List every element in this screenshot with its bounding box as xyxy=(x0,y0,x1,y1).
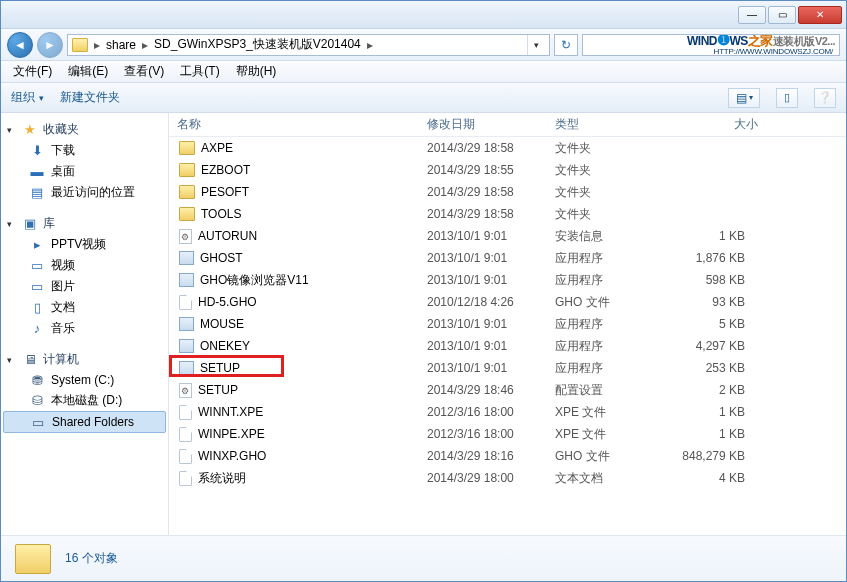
file-row[interactable]: SETUP2014/3/29 18:46配置设置2 KB xyxy=(169,379,846,401)
star-icon: ★ xyxy=(22,122,38,138)
sidebar-item[interactable]: ▭Shared Folders xyxy=(3,411,166,433)
column-date[interactable]: 修改日期 xyxy=(419,113,547,137)
refresh-button[interactable]: ↻ xyxy=(554,34,578,56)
drive-d-icon: ⛁ xyxy=(29,393,45,409)
computer-header[interactable]: ▾ 🖥 计算机 xyxy=(1,349,168,370)
file-type: XPE 文件 xyxy=(547,404,667,421)
sidebar-item-label: System (C:) xyxy=(51,373,114,387)
breadcrumb-folder[interactable]: SD_GWinXPSP3_快速装机版V201404 xyxy=(154,36,361,53)
file-row[interactable]: WINNT.XPE2012/3/16 18:00XPE 文件1 KB xyxy=(169,401,846,423)
file-size: 1,876 KB xyxy=(667,251,767,265)
sidebar-item[interactable]: ♪音乐 xyxy=(1,318,168,339)
view-options-button[interactable]: ▤▾ xyxy=(728,88,760,108)
titlebar: — ▭ ✕ xyxy=(1,1,846,29)
exe-icon xyxy=(179,317,194,331)
menu-item[interactable]: 文件(F) xyxy=(5,61,60,82)
menu-item[interactable]: 帮助(H) xyxy=(228,61,285,82)
file-icon xyxy=(179,427,192,442)
menu-item[interactable]: 查看(V) xyxy=(116,61,172,82)
sidebar-item[interactable]: ▭图片 xyxy=(1,276,168,297)
file-name: ONEKEY xyxy=(200,339,250,353)
help-button[interactable]: ❔ xyxy=(814,88,836,108)
sidebar-item[interactable]: ⬇下载 xyxy=(1,140,168,161)
menubar: 文件(F)编辑(E)查看(V)工具(T)帮助(H) xyxy=(1,61,846,83)
file-row[interactable]: TOOLS2014/3/29 18:58文件夹 xyxy=(169,203,846,225)
file-row[interactable]: WINXP.GHO2014/3/29 18:16GHO 文件848,279 KB xyxy=(169,445,846,467)
preview-pane-button[interactable]: ▯ xyxy=(776,88,798,108)
sidebar-item[interactable]: ▸PPTV视频 xyxy=(1,234,168,255)
status-bar: 16 个对象 xyxy=(1,535,846,581)
file-name: GHOST xyxy=(200,251,243,265)
column-size[interactable]: 大小 xyxy=(667,113,767,137)
maximize-button[interactable]: ▭ xyxy=(768,6,796,24)
exe-icon xyxy=(179,273,194,287)
chevron-right-icon[interactable]: ▸ xyxy=(92,38,102,52)
file-date: 2012/3/16 18:00 xyxy=(419,405,547,419)
column-name[interactable]: 名称 xyxy=(169,113,419,137)
sidebar-item-label: PPTV视频 xyxy=(51,236,106,253)
exe-icon xyxy=(179,339,194,353)
back-button[interactable]: ◄ xyxy=(7,32,33,58)
file-row[interactable]: HD-5.GHO2010/12/18 4:26GHO 文件93 KB xyxy=(169,291,846,313)
file-type: 配置设置 xyxy=(547,382,667,399)
file-row[interactable]: GHO镜像浏览器V112013/10/1 9:01应用程序598 KB xyxy=(169,269,846,291)
file-row[interactable]: AXPE2014/3/29 18:58文件夹 xyxy=(169,137,846,159)
sidebar-item[interactable]: ▯文档 xyxy=(1,297,168,318)
sidebar-item[interactable]: ⛃System (C:) xyxy=(1,370,168,390)
file-row[interactable]: PESOFT2014/3/29 18:58文件夹 xyxy=(169,181,846,203)
watermark-url: HTTP://WWW.WINDOWSZJ.COM/ xyxy=(714,47,833,56)
favorites-header[interactable]: ▾ ★ 收藏夹 xyxy=(1,119,168,140)
file-row[interactable]: GHOST2013/10/1 9:01应用程序1,876 KB xyxy=(169,247,846,269)
sidebar-item[interactable]: ▬桌面 xyxy=(1,161,168,182)
minimize-button[interactable]: — xyxy=(738,6,766,24)
file-type: 应用程序 xyxy=(547,316,667,333)
drive-c-icon: ⛃ xyxy=(29,372,45,388)
organize-button[interactable]: 组织▾ xyxy=(11,89,44,106)
sidebar-item-label: 桌面 xyxy=(51,163,75,180)
address-toolbar: ◄ ► ▸ share ▸ SD_GWinXPSP3_快速装机版V201404 … xyxy=(1,29,846,61)
address-dropdown[interactable]: ▾ xyxy=(527,35,545,55)
folder-icon xyxy=(179,163,195,177)
chevron-down-icon[interactable]: ▾ xyxy=(7,355,17,365)
file-date: 2013/10/1 9:01 xyxy=(419,251,547,265)
address-field[interactable]: ▸ share ▸ SD_GWinXPSP3_快速装机版V201404 ▸ ▾ xyxy=(67,34,550,56)
sidebar-item[interactable]: ⛁本地磁盘 (D:) xyxy=(1,390,168,411)
sidebar-item-label: 最近访问的位置 xyxy=(51,184,135,201)
column-type[interactable]: 类型 xyxy=(547,113,667,137)
chevron-down-icon[interactable]: ▾ xyxy=(7,125,17,135)
file-row[interactable]: 系统说明2014/3/29 18:00文本文档4 KB xyxy=(169,467,846,489)
new-folder-button[interactable]: 新建文件夹 xyxy=(60,89,120,106)
file-row[interactable]: AUTORUN2013/10/1 9:01安装信息1 KB xyxy=(169,225,846,247)
search-field[interactable]: WIND❶WS之家速装机版V2... HTTP://WWW.WINDOWSZJ.… xyxy=(582,34,840,56)
libraries-header[interactable]: ▾ ▣ 库 xyxy=(1,213,168,234)
chevron-down-icon[interactable]: ▾ xyxy=(7,219,17,229)
file-list[interactable]: AXPE2014/3/29 18:58文件夹EZBOOT2014/3/29 18… xyxy=(169,137,846,535)
forward-button[interactable]: ► xyxy=(37,32,63,58)
file-date: 2014/3/29 18:46 xyxy=(419,383,547,397)
file-type: 应用程序 xyxy=(547,250,667,267)
file-name: WINNT.XPE xyxy=(198,405,263,419)
file-date: 2014/3/29 18:16 xyxy=(419,449,547,463)
status-item-count: 16 个对象 xyxy=(65,550,118,567)
close-button[interactable]: ✕ xyxy=(798,6,842,24)
breadcrumb-share[interactable]: share xyxy=(106,38,136,52)
chevron-right-icon[interactable]: ▸ xyxy=(140,38,150,52)
file-row[interactable]: MOUSE2013/10/1 9:01应用程序5 KB xyxy=(169,313,846,335)
navigation-pane[interactable]: ▾ ★ 收藏夹 ⬇下载▬桌面▤最近访问的位置 ▾ ▣ 库 ▸PPTV视频▭视频▭… xyxy=(1,113,169,535)
menu-item[interactable]: 编辑(E) xyxy=(60,61,116,82)
sidebar-item[interactable]: ▭视频 xyxy=(1,255,168,276)
file-date: 2013/10/1 9:01 xyxy=(419,273,547,287)
sidebar-item[interactable]: ▤最近访问的位置 xyxy=(1,182,168,203)
file-date: 2014/3/29 18:58 xyxy=(419,141,547,155)
menu-item[interactable]: 工具(T) xyxy=(172,61,227,82)
file-row[interactable]: SETUP2013/10/1 9:01应用程序253 KB xyxy=(169,357,846,379)
file-row[interactable]: ONEKEY2013/10/1 9:01应用程序4,297 KB xyxy=(169,335,846,357)
sidebar-item-label: 下载 xyxy=(51,142,75,159)
file-icon xyxy=(179,295,192,310)
chevron-right-icon[interactable]: ▸ xyxy=(365,38,375,52)
file-row[interactable]: EZBOOT2014/3/29 18:55文件夹 xyxy=(169,159,846,181)
folder-icon xyxy=(179,207,195,221)
recent-icon: ▤ xyxy=(29,185,45,201)
column-headers: 名称 修改日期 类型 大小 xyxy=(169,113,846,137)
file-row[interactable]: WINPE.XPE2012/3/16 18:00XPE 文件1 KB xyxy=(169,423,846,445)
